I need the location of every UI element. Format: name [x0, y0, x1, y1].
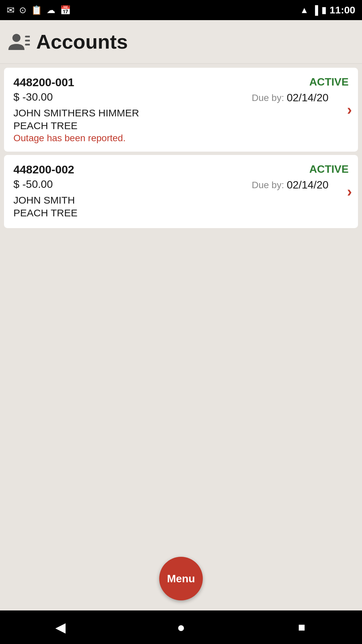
- chevron-right-icon-1: ›: [347, 101, 352, 118]
- navigation-bar: ◀ ● ■: [0, 610, 362, 644]
- chevron-right-icon-2: ›: [347, 183, 352, 200]
- record-icon: ⊙: [19, 5, 26, 15]
- home-button[interactable]: ●: [168, 614, 194, 641]
- account-name-1: JOHN SMITHERS HIMMER: [13, 107, 349, 119]
- account-card-1-top-row: 448200-001 ACTIVE: [13, 76, 349, 89]
- status-icons-right: ▲ ▐ ▮ 11:00: [300, 4, 355, 16]
- status-bar: ✉ ⊙ 📋 ☁ 📅 ▲ ▐ ▮ 11:00: [0, 0, 362, 20]
- recent-apps-button[interactable]: ■: [288, 614, 315, 641]
- account-name-2: JOHN SMITH: [13, 195, 349, 206]
- account-card-2-top-row: 448200-002 ACTIVE: [13, 163, 349, 176]
- account-amount-1: $ -30.00: [13, 91, 53, 103]
- account-due-label-2: Due by:: [252, 180, 284, 191]
- home-icon: ●: [177, 620, 185, 635]
- menu-button[interactable]: Menu: [159, 557, 203, 600]
- account-amount-2: $ -50.00: [13, 178, 53, 191]
- account-card-1[interactable]: 448200-001 ACTIVE $ -30.00 Due by: 02/14…: [4, 68, 358, 152]
- cloud-icon: ☁: [47, 5, 55, 15]
- time-display: 11:00: [329, 4, 355, 16]
- account-number-2: 448200-002: [13, 163, 74, 176]
- status-icons-left: ✉ ⊙ 📋 ☁ 📅: [7, 5, 71, 16]
- recent-icon: ■: [298, 620, 305, 634]
- wifi-icon: ▲: [300, 5, 309, 15]
- account-status-1: ACTIVE: [309, 76, 349, 88]
- account-due-date-1: 02/14/20: [287, 92, 328, 104]
- account-due-label-1: Due by:: [252, 93, 284, 103]
- account-location-2: PEACH TREE: [13, 207, 349, 219]
- clipboard-icon: 📋: [31, 5, 42, 15]
- account-number-1: 448200-001: [13, 76, 74, 89]
- page-header: Accounts: [0, 20, 362, 64]
- signal-icon: ▐: [312, 5, 318, 15]
- gmail-icon: ✉: [7, 5, 14, 16]
- account-due-date-2: 02/14/20: [287, 179, 328, 191]
- accounts-list: 448200-001 ACTIVE $ -30.00 Due by: 02/14…: [0, 64, 362, 610]
- page-title: Accounts: [36, 30, 128, 53]
- account-card-2[interactable]: 448200-002 ACTIVE $ -50.00 Due by: 02/14…: [4, 155, 358, 228]
- account-status-2: ACTIVE: [309, 163, 349, 175]
- menu-button-container: Menu: [159, 557, 203, 600]
- accounts-icon: [7, 30, 30, 54]
- calendar-icon: 📅: [60, 5, 71, 15]
- battery-icon: ▮: [321, 5, 326, 15]
- back-button[interactable]: ◀: [47, 614, 74, 641]
- svg-point-0: [12, 34, 20, 42]
- menu-button-label: Menu: [167, 573, 195, 585]
- account-alert-1: Outage has been reported.: [13, 133, 349, 144]
- back-icon: ◀: [55, 620, 66, 635]
- account-location-1: PEACH TREE: [13, 120, 349, 131]
